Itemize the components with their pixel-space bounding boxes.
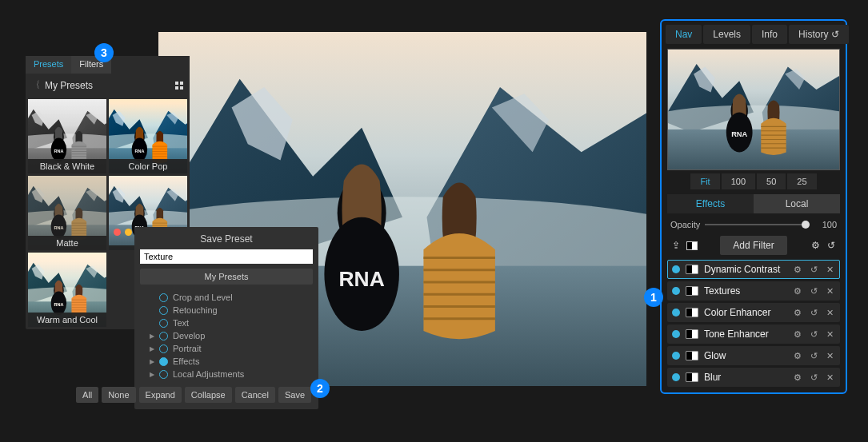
- close-icon[interactable]: ✕: [825, 351, 835, 361]
- tab-levels[interactable]: Levels: [703, 25, 750, 44]
- grid-view-icon[interactable]: [175, 82, 183, 90]
- tab-history[interactable]: History↺: [789, 25, 849, 44]
- tree-crop[interactable]: Crop and Level: [173, 293, 233, 302]
- radio-icon[interactable]: [159, 370, 168, 379]
- annotation-badge-1: 1: [644, 288, 663, 307]
- preset-black-white[interactable]: Black & White: [28, 99, 106, 173]
- opacity-slider[interactable]: [705, 224, 810, 225]
- filter-tone-enhancer[interactable]: Tone Enhancer ⚙ ↺ ✕: [667, 325, 840, 344]
- mask-icon[interactable]: [686, 372, 698, 382]
- undo-icon[interactable]: ↺: [809, 286, 819, 297]
- mask-icon[interactable]: [686, 329, 698, 339]
- right-panel: Nav Levels Info History↺ Fit 100 50 25 E…: [660, 19, 847, 394]
- tree-develop[interactable]: Develop: [173, 331, 205, 340]
- filter-color-enhancer[interactable]: Color Enhancer ⚙ ↺ ✕: [667, 303, 840, 322]
- preset-include-tree: Crop and Level Retouching Text ▶Develop …: [137, 289, 316, 382]
- filter-blur[interactable]: Blur ⚙ ↺ ✕: [667, 368, 840, 387]
- close-icon[interactable]: ✕: [825, 265, 835, 275]
- filter-list: Dynamic Contrast ⚙ ↺ ✕ Textures ⚙ ↺ ✕ Co…: [664, 260, 843, 390]
- tab-nav[interactable]: Nav: [666, 25, 702, 44]
- preset-label: Color Pop: [109, 159, 187, 173]
- zoom-50-button[interactable]: 50: [757, 173, 786, 189]
- tree-portrait[interactable]: Portrait: [173, 344, 201, 353]
- preset-label: Warm and Cool: [28, 313, 106, 327]
- mask-icon[interactable]: [686, 351, 698, 360]
- gear-icon[interactable]: ⚙: [792, 308, 803, 318]
- visibility-dot-icon[interactable]: [672, 287, 680, 295]
- presets-tab[interactable]: Presets: [26, 56, 71, 74]
- tree-effects[interactable]: Effects: [173, 356, 199, 366]
- gear-icon[interactable]: ⚙: [810, 240, 821, 251]
- tree-local[interactable]: Local Adjustments: [173, 369, 244, 379]
- opacity-label: Opacity: [670, 220, 700, 229]
- mask-icon[interactable]: [686, 286, 698, 296]
- undo-icon[interactable]: ↺: [809, 265, 819, 275]
- gear-icon[interactable]: ⚙: [792, 286, 803, 297]
- zoom-100-button[interactable]: 100: [722, 173, 755, 189]
- effects-tab[interactable]: Effects: [667, 194, 754, 213]
- undo-icon[interactable]: ↺: [809, 329, 819, 340]
- close-icon[interactable]: ✕: [825, 329, 835, 340]
- filter-dynamic-contrast[interactable]: Dynamic Contrast ⚙ ↺ ✕: [667, 260, 840, 279]
- preset-label: Matte: [28, 236, 106, 250]
- chevron-right-icon[interactable]: ▶: [150, 345, 154, 352]
- filter-name: Blur: [704, 372, 786, 383]
- chevron-right-icon[interactable]: ▶: [150, 358, 154, 365]
- undo-icon[interactable]: ↺: [826, 240, 837, 251]
- local-tab[interactable]: Local: [754, 194, 840, 213]
- destination-button[interactable]: My Presets: [140, 269, 313, 285]
- undo-icon[interactable]: ↺: [809, 351, 819, 361]
- preset-matte[interactable]: Matte: [28, 176, 106, 250]
- annotation-badge-3: 3: [94, 43, 114, 62]
- visibility-dot-icon[interactable]: [672, 309, 680, 317]
- mask-icon[interactable]: [686, 308, 698, 317]
- expand-button[interactable]: Expand: [139, 387, 182, 403]
- radio-icon[interactable]: [159, 319, 168, 328]
- add-filter-button[interactable]: Add Filter: [720, 236, 786, 255]
- navigator-thumbnail[interactable]: [667, 49, 840, 170]
- export-icon[interactable]: ⇪: [670, 240, 682, 251]
- visibility-dot-icon[interactable]: [672, 265, 680, 273]
- gear-icon[interactable]: ⚙: [792, 372, 803, 383]
- collapse-button[interactable]: Collapse: [185, 387, 232, 403]
- radio-icon[interactable]: [159, 357, 168, 366]
- radio-icon[interactable]: [159, 332, 168, 340]
- save-button[interactable]: Save: [278, 387, 311, 403]
- mask-icon[interactable]: [686, 240, 698, 251]
- gear-icon[interactable]: ⚙: [792, 265, 803, 275]
- zoom-fit-button[interactable]: Fit: [690, 173, 719, 189]
- chevron-right-icon[interactable]: ▶: [150, 332, 154, 340]
- chevron-left-icon: 〈: [34, 78, 39, 92]
- cancel-button[interactable]: Cancel: [235, 387, 275, 403]
- undo-icon[interactable]: ↺: [809, 372, 819, 383]
- chevron-right-icon[interactable]: ▶: [150, 371, 154, 378]
- preset-name-input[interactable]: [140, 249, 313, 264]
- gear-icon[interactable]: ⚙: [792, 329, 803, 340]
- all-button[interactable]: All: [76, 387, 98, 403]
- radio-icon[interactable]: [159, 306, 168, 315]
- tree-text[interactable]: Text: [173, 318, 189, 328]
- close-icon[interactable]: ✕: [825, 372, 835, 383]
- close-icon[interactable]: ✕: [825, 308, 835, 318]
- presets-back[interactable]: 〈 My Presets: [32, 78, 93, 92]
- tab-info[interactable]: Info: [752, 25, 787, 44]
- radio-icon[interactable]: [159, 293, 168, 302]
- gear-icon[interactable]: ⚙: [792, 351, 803, 361]
- close-icon[interactable]: ✕: [825, 286, 835, 297]
- mask-icon[interactable]: [686, 265, 698, 274]
- visibility-dot-icon[interactable]: [672, 373, 680, 381]
- filter-name: Textures: [704, 285, 786, 297]
- filter-glow[interactable]: Glow ⚙ ↺ ✕: [667, 346, 840, 365]
- presets-heading: My Presets: [45, 80, 93, 91]
- zoom-25-button[interactable]: 25: [787, 173, 816, 189]
- visibility-dot-icon[interactable]: [672, 352, 680, 360]
- none-button[interactable]: None: [102, 387, 135, 403]
- preset-warm-cool[interactable]: Warm and Cool: [28, 253, 106, 327]
- undo-icon: ↺: [831, 29, 839, 40]
- radio-icon[interactable]: [159, 344, 168, 353]
- preset-color-pop[interactable]: Color Pop: [109, 99, 187, 173]
- tree-retouch[interactable]: Retouching: [173, 305, 218, 315]
- visibility-dot-icon[interactable]: [672, 330, 680, 338]
- filter-textures[interactable]: Textures ⚙ ↺ ✕: [667, 281, 840, 301]
- undo-icon[interactable]: ↺: [809, 308, 819, 318]
